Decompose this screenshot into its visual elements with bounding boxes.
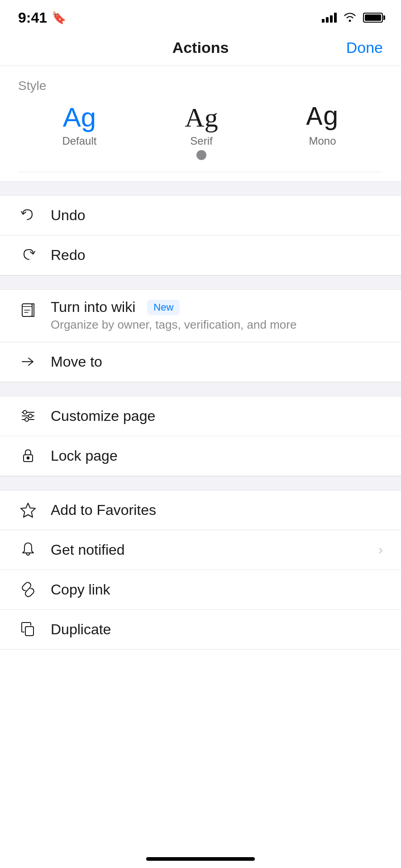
wifi-icon (343, 11, 357, 25)
turn-into-wiki-menu-item[interactable]: Turn into wiki New Organize by owner, ta… (0, 290, 401, 342)
get-notified-menu-item[interactable]: Get notified › (0, 530, 401, 570)
redo-menu-item[interactable]: Redo (0, 236, 401, 275)
undo-icon (18, 206, 38, 226)
svg-line-10 (26, 588, 30, 591)
section-gap-4 (0, 476, 401, 491)
customize-page-icon (18, 406, 38, 426)
signal-bars-icon (322, 13, 337, 23)
svg-point-8 (27, 457, 29, 459)
style-option-mono[interactable]: Ag Mono (306, 104, 339, 147)
move-to-menu-item[interactable]: Move to (0, 342, 401, 382)
section-gap-3 (0, 382, 401, 396)
move-to-icon (18, 352, 38, 372)
copy-link-label: Copy link (51, 581, 110, 598)
style-ag-default: Ag (63, 104, 96, 131)
page-title: Actions (172, 39, 229, 57)
move-to-label: Move to (51, 354, 102, 370)
svg-point-4 (23, 410, 27, 414)
status-icons (322, 11, 383, 25)
duplicate-label: Duplicate (51, 621, 111, 638)
redo-label: Redo (51, 247, 86, 264)
chevron-right-icon: › (378, 542, 383, 557)
duplicate-icon (18, 619, 38, 639)
star-icon (18, 500, 38, 520)
favorites-section: Add to Favorites Get notified › Copy lin… (0, 491, 401, 650)
lock-page-label: Lock page (51, 448, 118, 464)
section-gap-1 (0, 181, 401, 196)
get-notified-label: Get notified (51, 542, 125, 558)
new-badge: New (147, 300, 180, 315)
link-icon (18, 580, 38, 599)
undo-redo-section: Undo Redo (0, 196, 401, 275)
wiki-move-section: Turn into wiki New Organize by owner, ta… (0, 290, 401, 382)
customize-page-label: Customize page (51, 408, 155, 425)
status-time: 9:41 (18, 9, 47, 26)
style-divider (18, 172, 383, 172)
undo-menu-item[interactable]: Undo (0, 196, 401, 236)
style-name-mono: Mono (309, 135, 336, 147)
style-name-default: Default (62, 135, 96, 147)
battery-icon (363, 13, 383, 23)
header: Actions Done (0, 32, 401, 66)
undo-label: Undo (51, 207, 86, 224)
lock-page-menu-item[interactable]: Lock page (0, 436, 401, 476)
bookmark-icon: 🔖 (52, 11, 66, 25)
lock-page-icon (18, 446, 38, 466)
style-indicator (196, 150, 206, 160)
style-ag-serif: Ag (185, 104, 218, 131)
customize-page-menu-item[interactable]: Customize page (0, 396, 401, 436)
svg-point-5 (29, 414, 32, 418)
home-indicator (146, 857, 255, 861)
svg-rect-11 (25, 627, 33, 636)
turn-into-wiki-sublabel: Organize by owner, tags, verification, a… (51, 317, 383, 333)
done-button[interactable]: Done (346, 39, 383, 57)
duplicate-menu-item[interactable]: Duplicate (0, 610, 401, 650)
turn-into-wiki-icon (18, 301, 38, 321)
style-section: Style Ag Default Ag Serif Ag Mono (0, 66, 401, 181)
style-option-serif[interactable]: Ag Serif (185, 104, 218, 147)
bell-icon (18, 540, 38, 560)
add-to-favorites-label: Add to Favorites (51, 502, 156, 519)
svg-marker-9 (21, 503, 35, 517)
style-option-default[interactable]: Ag Default (62, 104, 96, 147)
style-name-serif: Serif (190, 135, 212, 147)
turn-into-wiki-label: Turn into wiki (51, 299, 135, 316)
copy-link-menu-item[interactable]: Copy link (0, 570, 401, 610)
add-to-favorites-menu-item[interactable]: Add to Favorites (0, 491, 401, 530)
svg-point-6 (25, 418, 29, 421)
style-label: Style (18, 79, 383, 93)
turn-into-wiki-text: Turn into wiki New Organize by owner, ta… (51, 299, 383, 333)
redo-icon (18, 245, 38, 265)
customize-lock-section: Customize page Lock page (0, 396, 401, 476)
status-bar: 9:41 🔖 (0, 0, 401, 32)
style-ag-mono: Ag (306, 104, 339, 131)
style-options: Ag Default Ag Serif Ag Mono (18, 104, 383, 152)
section-gap-2 (0, 275, 401, 290)
